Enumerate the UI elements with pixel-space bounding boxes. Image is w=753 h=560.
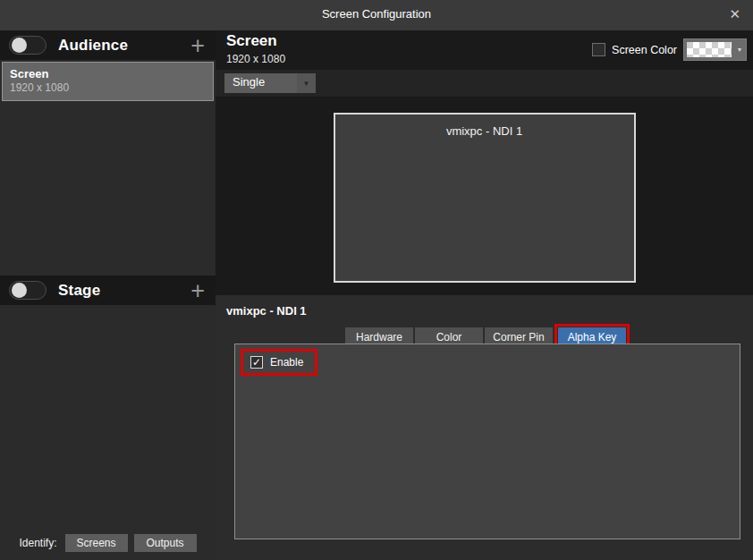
stage-label: Stage [58,282,100,300]
screen-color-label: Screen Color [612,44,677,56]
audience-section-header: Audience + [0,30,216,60]
add-audience-screen-icon[interactable]: + [190,35,205,56]
layout-select[interactable]: Single ▼ [224,73,316,93]
input-config-section: vmixpc - NDI 1 Hardware Color Corner Pin… [216,295,753,560]
identify-row: Identify: Screens Outputs [0,530,216,560]
stage-toggle[interactable] [9,281,47,300]
screen-title: Screen [226,32,277,50]
titlebar: Screen Configuration ✕ [0,0,753,30]
screen-color-checkbox[interactable] [592,43,605,56]
screen-configuration-window: Screen Configuration ✕ Audience + Screen… [0,0,753,560]
audience-toggle[interactable] [9,36,47,55]
add-stage-screen-icon[interactable]: + [190,280,205,301]
main-area: Screen 1920 x 1080 Screen Color ▼ Single… [216,30,753,560]
transparency-swatch [687,42,732,57]
alpha-key-panel: ✓ Enable [234,344,740,539]
audience-label: Audience [58,37,128,55]
sidebar: Audience + Screen 1920 x 1080 Stage + Id… [0,30,216,560]
chevron-down-icon: ▼ [297,73,316,93]
identify-label: Identify: [19,537,56,549]
screen-item-title: Screen [10,67,206,81]
screen-item-resolution: 1920 x 1080 [10,81,206,94]
enable-label: Enable [270,356,303,369]
chevron-down-icon: ▼ [733,39,746,60]
toggle-knob [12,283,27,298]
stage-screen-list [0,305,216,530]
screen-preview[interactable]: vmixpc - NDI 1 [334,113,636,283]
screen-color-control: Screen Color ▼ [592,38,747,61]
enable-checkbox[interactable]: ✓ [250,356,263,369]
layout-row: Single ▼ [216,70,753,97]
main-header: Screen 1920 x 1080 Screen Color ▼ [216,30,753,70]
stage-section-header: Stage + [0,276,216,305]
audience-screen-list: Screen 1920 x 1080 [0,60,216,276]
close-icon[interactable]: ✕ [729,6,740,22]
toggle-knob [12,38,27,53]
annotation-highlight-enable: ✓ Enable [241,349,317,376]
screen-list-item[interactable]: Screen 1920 x 1080 [2,62,214,101]
window-title: Screen Configuration [0,7,753,21]
preview-input-label: vmixpc - NDI 1 [335,115,634,138]
screen-resolution: 1920 x 1080 [226,53,285,65]
layout-select-value: Single [224,73,297,93]
screen-color-dropdown[interactable]: ▼ [683,38,747,61]
identify-outputs-button[interactable]: Outputs [134,534,197,552]
check-icon: ✓ [252,357,261,368]
identify-screens-button[interactable]: Screens [65,534,128,552]
input-title: vmixpc - NDI 1 [226,304,307,318]
